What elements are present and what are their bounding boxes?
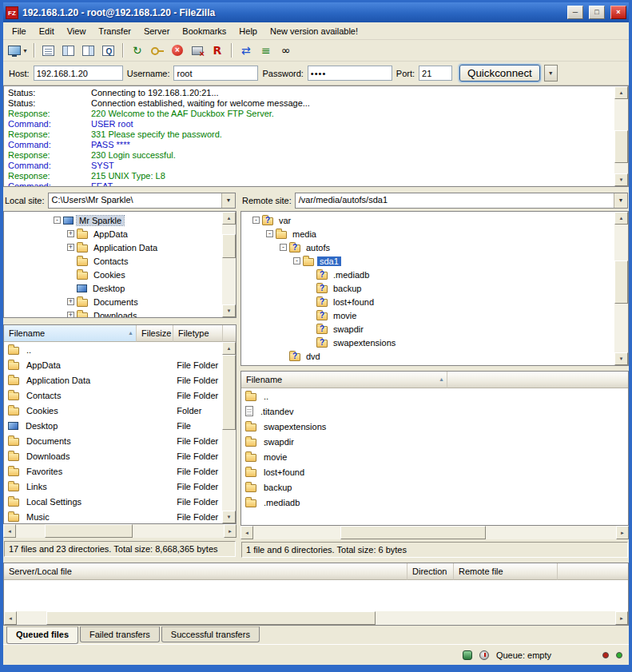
list-item-cookies[interactable]: CookiesFolder	[4, 403, 222, 418]
list-item-item[interactable]: ..	[241, 388, 628, 404]
tree-item-downloads[interactable]: +Downloads	[54, 308, 222, 317]
local-tree-splitter[interactable]	[3, 318, 237, 324]
list-item-links[interactable]: LinksFile Folder	[4, 479, 222, 494]
column-header-remote-file[interactable]: Remote file	[454, 563, 558, 580]
toolbar-toggle-queue-button[interactable]	[99, 42, 118, 60]
menu-item-view[interactable]: View	[61, 23, 93, 39]
scrollbar-track[interactable]	[614, 225, 628, 352]
scroll-left-button[interactable]: ◄	[3, 524, 16, 538]
close-button[interactable]: ×	[610, 6, 626, 19]
maximize-button[interactable]: □	[589, 6, 605, 19]
list-item-swapdir[interactable]: swapdir	[241, 434, 628, 449]
tree-item-movie[interactable]: movie	[252, 308, 614, 322]
tab-successful-transfers[interactable]: Successful transfers	[161, 626, 260, 642]
chevron-down-icon[interactable]: ▼	[22, 48, 28, 54]
scroll-up-button[interactable]: ▲	[614, 86, 628, 99]
tree-item-application-data[interactable]: +Application Data	[54, 241, 222, 254]
horizontal-scrollbar[interactable]: ◄►	[240, 526, 629, 539]
local-site-dropdown-button[interactable]: ▼	[221, 193, 235, 208]
toolbar-directory-comparison-button[interactable]: ≡	[256, 42, 276, 60]
menu-item-file[interactable]: File	[6, 23, 33, 39]
vertical-scrollbar[interactable]: ▲▼	[222, 342, 236, 523]
toolbar-toggle-remote-tree-button[interactable]	[79, 42, 98, 60]
scroll-down-button[interactable]: ▼	[222, 304, 236, 317]
list-item-backup[interactable]: backup	[241, 479, 628, 495]
toolbar-toggle-local-tree-button[interactable]	[59, 42, 78, 60]
menu-item-new-version-available[interactable]: New version available!	[264, 23, 364, 39]
toolbar-disconnect-button[interactable]	[188, 42, 207, 60]
scroll-up-button[interactable]: ▲	[222, 212, 236, 225]
vertical-scrollbar[interactable]: ▲▼	[614, 212, 628, 365]
vertical-scrollbar[interactable]: ▲▼	[222, 212, 236, 317]
tree-item-backup[interactable]: backup	[252, 281, 614, 295]
column-header-direction[interactable]: Direction	[407, 563, 454, 580]
list-item-local-settings[interactable]: Local SettingsFile Folder	[4, 494, 222, 509]
tree-item-desktop[interactable]: Desktop	[54, 281, 222, 295]
menu-item-help[interactable]: Help	[233, 23, 264, 39]
tree-item-documents[interactable]: +Documents	[54, 295, 222, 308]
list-item-contacts[interactable]: ContactsFile Folder	[4, 388, 222, 403]
remote-site-dropdown-button[interactable]: ▼	[614, 193, 627, 208]
tree-item-contacts[interactable]: Contacts	[54, 254, 222, 268]
scrollbar-track[interactable]	[16, 524, 224, 538]
scroll-right-button[interactable]: ►	[616, 526, 629, 539]
menu-item-transfer[interactable]: Transfer	[92, 23, 137, 39]
vertical-scrollbar[interactable]: ▲▼	[614, 86, 628, 186]
menu-item-edit[interactable]: Edit	[33, 23, 61, 39]
menu-item-server[interactable]: Server	[137, 23, 176, 39]
expand-icon[interactable]: +	[67, 230, 74, 237]
column-header-filename[interactable]: Filename▲	[4, 325, 137, 342]
tree-item-appdata[interactable]: +AppData	[54, 227, 222, 241]
tree-item-lost-found[interactable]: lost+found	[252, 295, 614, 308]
tab-failed-transfers[interactable]: Failed transfers	[80, 626, 160, 642]
collapse-icon[interactable]: -	[280, 244, 287, 251]
scrollbar-thumb[interactable]	[340, 526, 486, 539]
expand-icon[interactable]: +	[67, 312, 74, 317]
scroll-right-button[interactable]: ►	[224, 524, 237, 538]
collapse-icon[interactable]: -	[293, 257, 300, 264]
scroll-left-button[interactable]: ◄	[4, 611, 17, 625]
port-input[interactable]	[419, 66, 452, 81]
column-header-filetype[interactable]: Filetype	[173, 325, 223, 342]
expand-icon[interactable]: +	[67, 244, 74, 251]
tree-item-sda1[interactable]: -sda1	[252, 254, 614, 268]
scroll-down-button[interactable]: ▼	[222, 511, 236, 523]
scroll-left-button[interactable]: ◄	[240, 526, 253, 539]
list-item-item[interactable]: ..	[4, 342, 222, 357]
toolbar-find-files-button[interactable]: ∞	[276, 42, 296, 60]
username-input[interactable]	[173, 66, 258, 81]
tree-item-mr-sparkle[interactable]: -Mr Sparkle	[54, 213, 222, 227]
tree-item-swapdir[interactable]: swapdir	[252, 322, 614, 336]
quickconnect-button[interactable]: Quickconnect	[459, 65, 540, 82]
scroll-up-button[interactable]: ▲	[222, 342, 236, 355]
list-item-movie[interactable]: movie	[241, 449, 628, 464]
scrollbar-thumb[interactable]	[222, 234, 236, 258]
tree-item-var[interactable]: -var	[252, 213, 614, 227]
title-bar[interactable]: FZ 192.168.1.20 - root@192.168.1.20 - Fi…	[3, 2, 629, 22]
encryption-status-icon[interactable]	[463, 650, 472, 660]
scrollbar-thumb[interactable]	[614, 260, 628, 304]
host-input[interactable]	[34, 66, 123, 81]
scrollbar-thumb[interactable]	[614, 130, 628, 163]
toolbar-process-queue-button[interactable]	[148, 42, 167, 60]
scrollbar-track[interactable]	[222, 225, 236, 304]
list-item-downloads[interactable]: DownloadsFile Folder	[4, 448, 222, 463]
local-site-combobox[interactable]: C:\Users\Mr Sparkle\ ▼	[48, 193, 236, 209]
tree-item-cookies[interactable]: Cookies	[54, 268, 222, 281]
expand-icon[interactable]: +	[67, 298, 74, 305]
scroll-right-button[interactable]: ►	[615, 611, 628, 625]
scroll-down-button[interactable]: ▼	[614, 173, 628, 186]
tree-item-mediadb[interactable]: .mediadb	[252, 268, 614, 281]
toolbar-site-manager-button[interactable]: ▼	[6, 42, 30, 60]
list-item-titandev[interactable]: .titandev	[241, 404, 628, 419]
column-header-filesize[interactable]: Filesize	[137, 325, 173, 342]
scrollbar-thumb[interactable]	[45, 524, 132, 538]
toolbar-reconnect-button[interactable]: R	[208, 42, 227, 60]
scrollbar-track[interactable]	[222, 355, 236, 511]
scroll-up-button[interactable]: ▲	[614, 212, 628, 225]
list-item-application-data[interactable]: Application DataFile Folder	[4, 372, 222, 388]
column-header-server-local-file[interactable]: Server/Local file	[4, 563, 407, 580]
speed-limits-icon[interactable]	[479, 650, 489, 660]
toolbar-cancel-operation-button[interactable]	[168, 42, 187, 60]
list-item-documents[interactable]: DocumentsFile Folder	[4, 433, 222, 448]
